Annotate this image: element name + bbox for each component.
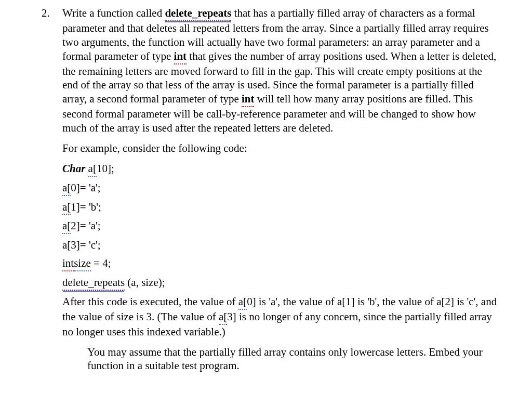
identifier-delete-repeats: delete_repeats: [165, 6, 231, 21]
paragraph-note: You may assume that the partially filled…: [62, 345, 499, 373]
identifier-a: a[: [62, 181, 71, 196]
keyword-char: Char: [62, 162, 88, 175]
paragraph-2: For example, consider the following code…: [62, 141, 499, 155]
keyword-int: int: [174, 49, 187, 64]
code-line: int size = 4;: [62, 256, 499, 271]
text-run: (a, size);: [125, 276, 165, 289]
text-run: 0]= 'a';: [71, 181, 100, 194]
identifier-a: a[: [238, 295, 247, 310]
keyword-int: int: [242, 92, 255, 107]
identifier-a: a[: [62, 219, 71, 234]
paragraph-3: After this code is executed, the value o…: [62, 295, 499, 339]
identifier-delete-repeats: delete_repeats: [62, 276, 125, 291]
text-run: = 4;: [91, 257, 111, 269]
paragraph-1: Write a function called delete_repeats t…: [62, 6, 499, 135]
item-body: Write a function called delete_repeats t…: [62, 6, 499, 379]
text-run: 2]= 'a';: [71, 219, 100, 232]
identifier-a: a[: [62, 200, 71, 215]
text-run: 1]= 'b';: [71, 201, 101, 213]
document-page: 2. Write a function called delete_repeat…: [0, 0, 532, 385]
code-block: Char a[10]; a[0]= 'a'; a[1]= 'b'; a[2]= …: [62, 162, 499, 291]
code-line: a[3]= 'c';: [62, 238, 499, 252]
keyword-int: int: [62, 256, 74, 271]
code-line: a[2]= 'a';: [62, 219, 499, 234]
identifier-a: a[: [219, 310, 227, 325]
text-run: After this code is executed, the value o…: [62, 295, 238, 308]
text-run: Write a function called: [62, 7, 165, 19]
identifier-size: size: [74, 256, 91, 271]
text-run: 10];: [97, 162, 114, 175]
identifier-a: a[: [88, 162, 97, 177]
list-item-2: 2. Write a function called delete_repeat…: [39, 6, 499, 379]
code-line: a[1]= 'b';: [62, 200, 499, 215]
code-line: delete_repeats (a, size);: [62, 276, 499, 291]
code-line: Char a[10];: [62, 162, 499, 177]
item-number: 2.: [39, 6, 62, 379]
code-line: a[0]= 'a';: [62, 181, 499, 196]
